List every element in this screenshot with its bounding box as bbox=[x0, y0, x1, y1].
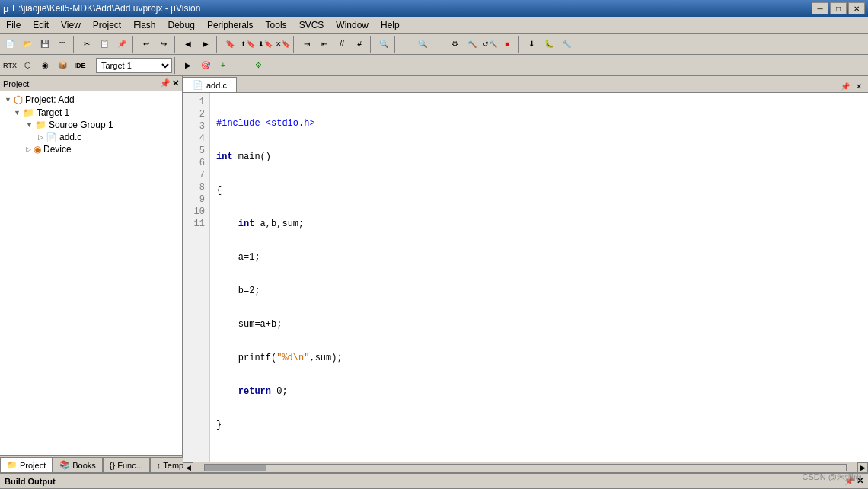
tree-root[interactable]: ▼ ⬡ Project: Add bbox=[2, 93, 180, 107]
cut-button[interactable]: ✂ bbox=[78, 36, 95, 53]
maximize-button[interactable]: □ bbox=[830, 2, 847, 14]
comment-button[interactable]: // bbox=[333, 36, 350, 53]
target-add-button[interactable]: + bbox=[215, 57, 231, 74]
open-button[interactable]: 📂 bbox=[19, 36, 36, 53]
code-line-11 bbox=[216, 452, 862, 462]
minimize-button[interactable]: ─ bbox=[812, 2, 828, 14]
build-button[interactable]: 🔨 bbox=[464, 36, 480, 53]
bookmark-clear-button[interactable]: ✕🔖 bbox=[274, 36, 291, 53]
expand-target-icon: ▼ bbox=[14, 109, 21, 117]
separator-7 bbox=[394, 36, 397, 53]
search-icon-button[interactable]: 🔍 bbox=[400, 36, 445, 53]
ide-button[interactable]: IDE bbox=[72, 57, 88, 74]
device-icon: ◉ bbox=[34, 144, 41, 155]
tab-project[interactable]: 📁 Project bbox=[0, 457, 53, 472]
component-button[interactable]: ◉ bbox=[37, 57, 53, 74]
device-label: Device bbox=[43, 144, 72, 155]
token-2-2: main() bbox=[233, 152, 271, 162]
panel-close-button[interactable]: ✕ bbox=[172, 78, 179, 88]
tab-func-icon: {} bbox=[110, 461, 115, 470]
target-select[interactable]: Target 1 bbox=[96, 58, 172, 73]
download-button[interactable]: ⬇ bbox=[523, 36, 540, 53]
find-button[interactable]: 🔍 bbox=[375, 36, 392, 53]
separator-8 bbox=[518, 36, 521, 53]
bottom-tabs: 📁 Project 📚 Books {} Func... ↕ Temp... bbox=[0, 455, 182, 472]
editor-pin-button[interactable]: 📌 bbox=[839, 80, 851, 92]
tree-source-group[interactable]: ▼ 📁 Source Group 1 bbox=[2, 119, 180, 131]
titlebar: μ E:\jiaojie\Keil5-MDK\Add\Add.uvprojx -… bbox=[0, 0, 868, 17]
pack-button[interactable]: 📦 bbox=[54, 57, 71, 74]
target-options-button[interactable]: ⚙ bbox=[446, 36, 463, 53]
token-8-1: printf( bbox=[216, 353, 276, 363]
debug-button[interactable]: 🐛 bbox=[541, 36, 557, 53]
menu-item-help[interactable]: Help bbox=[375, 18, 406, 32]
nav-fwd-button[interactable]: ▶ bbox=[197, 36, 214, 53]
editor-scrollbar[interactable]: ◀ ▶ bbox=[183, 462, 868, 472]
scroll-track[interactable] bbox=[204, 464, 847, 471]
new-button[interactable]: 📄 bbox=[2, 36, 18, 53]
menu-item-file[interactable]: File bbox=[0, 18, 27, 32]
code-editor[interactable]: 1 2 3 4 5 6 7 8 9 10 11 #include <stdio.… bbox=[183, 93, 868, 462]
bookmark-next-button[interactable]: ⬇🔖 bbox=[257, 36, 273, 53]
menu-item-peripherals[interactable]: Peripherals bbox=[201, 18, 260, 32]
editor-area: 📄 add.c 📌 ✕ 1 2 3 4 5 6 7 8 9 bbox=[183, 76, 868, 472]
tab-functions[interactable]: {} Func... bbox=[103, 457, 150, 472]
separator-3 bbox=[174, 36, 177, 53]
editor-close-button[interactable]: ✕ bbox=[853, 80, 865, 92]
uncomment-button[interactable]: // bbox=[351, 36, 368, 53]
menu-item-project[interactable]: Project bbox=[87, 18, 127, 32]
toolbar-row-1: 📄 📂 💾 🗃 ✂ 📋 📌 ↩ ↪ ◀ ▶ 🔖 ⬆🔖 ⬇🔖 ✕🔖 ⇥ ⇤ // … bbox=[0, 34, 868, 55]
tree-target[interactable]: ▼ 📁 Target 1 bbox=[2, 107, 180, 119]
scroll-left-button[interactable]: ◀ bbox=[183, 462, 193, 473]
paste-button[interactable]: 📌 bbox=[113, 36, 130, 53]
line-num-8: 8 bbox=[187, 181, 205, 193]
code-line-4: int a,b,sum; bbox=[216, 218, 862, 230]
line-num-3: 3 bbox=[187, 120, 205, 133]
menu-item-svcs[interactable]: SVCS bbox=[293, 18, 330, 32]
separator-2 bbox=[132, 36, 136, 53]
stop-button[interactable]: ■ bbox=[499, 36, 515, 53]
unindent-button[interactable]: ⇤ bbox=[316, 36, 333, 53]
indent-button[interactable]: ⇥ bbox=[298, 36, 315, 53]
menu-item-edit[interactable]: Edit bbox=[27, 18, 55, 32]
tab-books[interactable]: 📚 Books bbox=[53, 457, 103, 472]
tab-project-label: Project bbox=[20, 461, 46, 470]
build-panel-header: Build Output 📌 ✕ bbox=[0, 474, 868, 489]
rebuild-button[interactable]: ↺🔨 bbox=[481, 36, 498, 53]
peripheral-button[interactable]: ⬡ bbox=[19, 57, 36, 74]
tree-file-addc[interactable]: ▷ 📄 add.c bbox=[2, 131, 180, 143]
line-num-10: 10 bbox=[187, 206, 205, 218]
tree-device[interactable]: ▷ ◉ Device bbox=[2, 143, 180, 155]
scroll-thumb[interactable] bbox=[205, 465, 266, 471]
undo-button[interactable]: ↩ bbox=[138, 36, 155, 53]
titlebar-controls[interactable]: ─ □ ✕ bbox=[812, 2, 865, 14]
code-line-9: return 0; bbox=[216, 385, 862, 398]
menu-item-flash[interactable]: Flash bbox=[127, 18, 161, 32]
target-remove-button[interactable]: - bbox=[232, 57, 249, 74]
token-9-1 bbox=[216, 386, 238, 397]
save-button[interactable]: 💾 bbox=[37, 36, 53, 53]
rtx-button[interactable]: RTX bbox=[2, 57, 18, 74]
menu-item-tools[interactable]: Tools bbox=[260, 18, 293, 32]
bookmark-prev-button[interactable]: ⬆🔖 bbox=[239, 36, 256, 53]
redo-button[interactable]: ↪ bbox=[155, 36, 172, 53]
select-target-button[interactable]: 🎯 bbox=[197, 57, 214, 74]
editor-tab-addc[interactable]: 📄 add.c bbox=[183, 77, 237, 92]
build-panel: Build Output 📌 ✕ *** Using Compiler 'V5.… bbox=[0, 472, 868, 489]
menu-item-debug[interactable]: Debug bbox=[162, 18, 201, 32]
menu-item-window[interactable]: Window bbox=[330, 18, 375, 32]
copy-button[interactable]: 📋 bbox=[96, 36, 113, 53]
tab-books-label: Books bbox=[72, 461, 96, 470]
token-8-3: ,sum); bbox=[309, 353, 342, 363]
save-all-button[interactable]: 🗃 bbox=[54, 36, 71, 53]
pin-icon[interactable]: 📌 bbox=[160, 78, 171, 88]
close-button[interactable]: ✕ bbox=[848, 2, 865, 14]
target-settings-button[interactable]: ⚙ bbox=[250, 57, 266, 74]
menu-item-view[interactable]: View bbox=[55, 18, 87, 32]
bookmark-toggle-button[interactable]: 🔖 bbox=[222, 36, 238, 53]
nav-back-button[interactable]: ◀ bbox=[180, 36, 196, 53]
settings-button[interactable]: 🔧 bbox=[558, 36, 575, 53]
run-select-button[interactable]: ▶ bbox=[180, 57, 196, 74]
tab-file-icon: 📄 bbox=[193, 80, 203, 90]
expand-root-icon: ▼ bbox=[5, 96, 11, 104]
